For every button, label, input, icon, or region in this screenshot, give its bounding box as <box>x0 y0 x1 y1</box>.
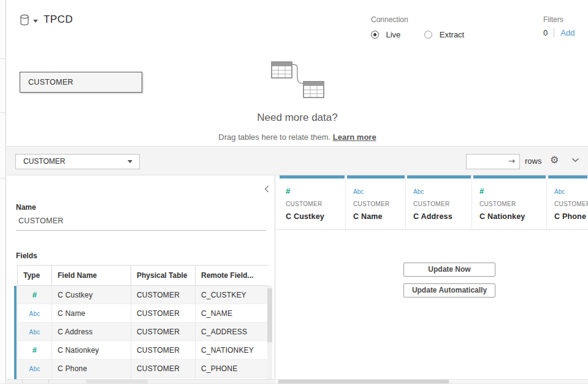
column-field-label: C Name <box>353 212 405 221</box>
table-row[interactable]: # C Custkey CUSTOMER C_CUSTKEY <box>18 286 269 304</box>
filters-divider <box>554 28 554 37</box>
grid-horizontal-scrollbar <box>276 379 588 383</box>
fields-vertical-scrollbar <box>267 286 272 379</box>
fields-vertical-scrollbar-thumb[interactable] <box>267 288 272 342</box>
row-limit-box: → <box>466 154 520 169</box>
grid-column-header[interactable]: # CUSTOMER C Custkey <box>280 175 346 229</box>
field-name-cell: C Phone <box>52 359 131 378</box>
strip-divider <box>0 112 6 113</box>
field-name-cell: C Address <box>52 323 131 341</box>
table-row[interactable]: Abc C Name CUSTOMER C_NAME <box>18 304 269 323</box>
string-type-icon: Abc <box>353 188 364 195</box>
column-table-label: CUSTOMER <box>286 201 345 207</box>
database-caret-icon[interactable] <box>33 20 38 23</box>
datasource-page: TPCD Connection Live Extract Filters 0 A… <box>0 0 588 384</box>
fields-table-wrap: Type Field Name Physical Table Remote Fi… <box>17 265 269 379</box>
radio-extract-icon[interactable] <box>424 31 432 39</box>
string-type-icon: Abc <box>29 366 40 372</box>
col-header-type[interactable]: Type <box>18 266 52 286</box>
fields-accent-bar <box>14 286 17 384</box>
name-field-underline <box>16 230 266 231</box>
remote-field-cell: C_CUSTKEY <box>196 286 269 304</box>
field-name-cell: C Nationkey <box>52 341 131 359</box>
col-header-field-name[interactable]: Field Name <box>52 266 131 286</box>
table-row[interactable]: Abc C Address CUSTOMER C_ADDRESS <box>18 323 269 341</box>
chevron-down-icon <box>128 160 132 163</box>
table-row[interactable]: Abc C Phone CUSTOMER C_PHONE <box>18 359 269 378</box>
empty-state-hint-text: Drag tables here to relate them. <box>218 132 330 142</box>
radio-live[interactable]: Live <box>371 29 400 40</box>
column-field-label: C Address <box>413 212 472 221</box>
right-arrow-icon[interactable]: → <box>508 156 515 166</box>
connection-group: Connection Live Extract <box>371 15 464 40</box>
update-now-button[interactable]: Update Now <box>403 263 495 277</box>
empty-state-title: Need more data? <box>7 112 588 124</box>
fields-label: Fields <box>16 252 37 260</box>
remote-field-cell: C_NAME <box>196 304 269 323</box>
number-type-icon: # <box>32 290 37 299</box>
join-tables-icon <box>268 57 329 101</box>
row-limit-input[interactable] <box>470 155 506 168</box>
column-table-label: CUSTOMER <box>479 201 546 207</box>
radio-live-icon[interactable] <box>371 31 379 39</box>
table-select-dropdown[interactable]: CUSTOMER <box>15 154 140 169</box>
datasource-title: TPCD <box>44 13 73 26</box>
fields-header-row: Type Field Name Physical Table Remote Fi… <box>18 266 269 286</box>
string-type-icon: Abc <box>554 188 565 195</box>
radio-live-label[interactable]: Live <box>386 30 400 39</box>
grid-header-divider <box>276 229 588 230</box>
connection-label: Connection <box>371 15 464 24</box>
remote-field-cell: C_NATIONKEY <box>196 341 269 359</box>
rows-label: rows <box>525 156 541 166</box>
gear-icon[interactable]: ⚙ <box>550 154 559 166</box>
chevron-down-icon[interactable] <box>571 158 579 163</box>
column-table-label: CUSTOMER <box>413 201 472 207</box>
left-edge-strip <box>0 0 6 384</box>
table-name-field[interactable] <box>18 217 264 225</box>
number-type-icon: # <box>32 345 37 355</box>
field-name-cell: C Name <box>52 304 131 323</box>
filters-label: Filters <box>543 15 575 24</box>
column-table-label: CUSTOMER <box>353 201 405 207</box>
database-icon[interactable] <box>18 13 31 27</box>
learn-more-link[interactable]: Learn more <box>333 132 376 142</box>
number-type-icon: # <box>479 186 484 196</box>
string-type-icon: Abc <box>413 188 424 195</box>
remote-field-cell: C_ADDRESS <box>196 323 269 341</box>
grid-column-header[interactable]: Abc CUSTOMER C Address <box>407 175 472 229</box>
update-automatically-button[interactable]: Update Automatically <box>403 283 495 298</box>
collapse-panel-icon[interactable] <box>264 185 269 193</box>
physical-table-cell: CUSTOMER <box>131 341 196 359</box>
column-field-label: C Phone <box>554 212 588 221</box>
physical-table-cell: CUSTOMER <box>131 323 196 341</box>
physical-table-cell: CUSTOMER <box>131 304 196 323</box>
table-row[interactable]: # C Nationkey CUSTOMER C_NATIONKEY <box>18 341 269 359</box>
logical-table-pill[interactable]: CUSTOMER <box>20 72 142 93</box>
grid-column-header[interactable]: # CUSTOMER C Nationkey <box>473 175 547 229</box>
col-header-remote-field[interactable]: Remote Field... <box>196 266 269 286</box>
grid-column-header[interactable]: Abc CUSTOMER C Name <box>347 175 406 229</box>
filters-count: 0 <box>543 28 548 37</box>
field-name-cell: C Custkey <box>52 286 131 304</box>
radio-extract-label[interactable]: Extract <box>440 30 464 39</box>
name-label: Name <box>16 203 36 212</box>
strip-divider <box>0 178 6 179</box>
physical-table-cell: CUSTOMER <box>131 359 196 378</box>
physical-table-cell: CUSTOMER <box>131 286 196 304</box>
filters-group: Filters 0 Add <box>543 15 575 37</box>
table-toolbar: CUSTOMER → rows ⚙ <box>7 147 588 175</box>
column-field-label: C Nationkey <box>479 212 546 221</box>
strip-divider <box>0 58 6 59</box>
table-select-value: CUSTOMER <box>23 157 65 166</box>
radio-extract[interactable]: Extract <box>424 29 464 40</box>
string-type-icon: Abc <box>29 310 40 317</box>
type-cell: # <box>18 341 52 359</box>
remote-field-cell: C_PHONE <box>196 359 269 378</box>
type-cell: Abc <box>18 304 52 323</box>
col-header-physical-table[interactable]: Physical Table <box>131 266 196 286</box>
empty-state-hint: Drag tables here to relate them. Learn m… <box>7 132 588 142</box>
string-type-icon: Abc <box>29 329 40 336</box>
column-table-label: CUSTOMER <box>554 201 588 207</box>
filters-add-link[interactable]: Add <box>560 28 575 37</box>
grid-column-header[interactable]: Abc CUSTOMER C Phone <box>548 175 588 229</box>
